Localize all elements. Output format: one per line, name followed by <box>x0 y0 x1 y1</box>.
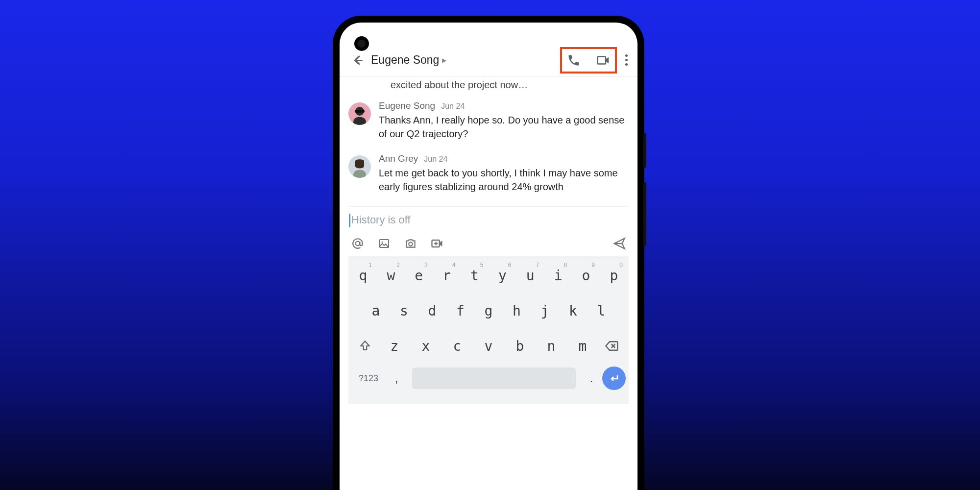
key-u[interactable]: 7u <box>518 261 542 290</box>
spacebar-key[interactable] <box>412 368 576 389</box>
dropdown-caret-icon: ▶ <box>442 57 446 64</box>
image-button[interactable] <box>377 236 392 251</box>
message-item: Eugene SongJun 24Thanks Ann, I really ho… <box>348 100 629 141</box>
compose-area: History is off <box>348 207 629 256</box>
key-f[interactable]: f <box>449 296 472 325</box>
key-q[interactable]: 1q <box>351 261 375 290</box>
camera-punch-hole <box>354 36 369 51</box>
onscreen-keyboard: 1q2w3e4r5t6y7u8i9o0p asdfghjkl zxcvbnm ?… <box>348 256 629 404</box>
video-attach-button[interactable] <box>430 236 444 251</box>
backspace-key[interactable] <box>598 331 626 361</box>
message-sender: Eugene Song <box>379 100 435 111</box>
message-list: excited about the project now… Eugene So… <box>340 76 637 490</box>
comma-key[interactable]: , <box>386 371 407 385</box>
key-y[interactable]: 6y <box>490 261 514 290</box>
avatar <box>348 102 371 125</box>
symbols-key[interactable]: ?123 <box>351 373 386 384</box>
key-x[interactable]: x <box>414 331 438 361</box>
send-button[interactable] <box>612 236 627 251</box>
key-e[interactable]: 3e <box>407 261 431 290</box>
message-input[interactable]: History is off <box>349 214 628 227</box>
key-l[interactable]: l <box>589 296 613 325</box>
key-v[interactable]: v <box>477 331 500 361</box>
key-d[interactable]: d <box>420 296 444 325</box>
contact-name: Eugene Song <box>371 53 439 67</box>
phone-screen: Eugene Song ▶ excited about the project … <box>340 23 637 490</box>
key-s[interactable]: s <box>392 296 416 325</box>
phone-side-button <box>643 133 646 168</box>
key-g[interactable]: g <box>477 296 500 325</box>
key-t[interactable]: 5t <box>463 261 487 290</box>
key-k[interactable]: k <box>562 296 585 325</box>
camera-button[interactable] <box>403 236 418 251</box>
app-bar: Eugene Song ▶ <box>340 44 637 76</box>
key-i[interactable]: 8i <box>546 261 570 290</box>
phone-side-button <box>643 182 646 246</box>
overflow-menu-button[interactable] <box>619 54 634 66</box>
key-r[interactable]: 4r <box>435 261 459 290</box>
previous-message-snippet: excited about the project now… <box>348 76 629 100</box>
key-z[interactable]: z <box>383 331 406 361</box>
mention-button[interactable] <box>350 236 365 251</box>
key-n[interactable]: n <box>539 331 563 361</box>
svg-point-9 <box>409 242 413 246</box>
svg-rect-0 <box>598 56 606 64</box>
message-time: Jun 24 <box>441 102 465 111</box>
svg-point-8 <box>382 242 383 243</box>
period-key[interactable]: . <box>581 371 602 385</box>
svg-rect-5 <box>353 170 366 178</box>
svg-rect-2 <box>353 117 366 125</box>
svg-point-6 <box>356 242 360 246</box>
message-text: Thanks Ann, I really hope so. Do you hav… <box>379 113 629 141</box>
avatar <box>348 155 371 178</box>
message-sender: Ann Grey <box>379 153 418 164</box>
phone-frame: Eugene Song ▶ excited about the project … <box>333 16 644 490</box>
message-text: Let me get back to you shortly, I think … <box>379 166 629 194</box>
key-j[interactable]: j <box>533 296 557 325</box>
key-p[interactable]: 0p <box>602 261 626 290</box>
compose-toolbar <box>349 236 628 251</box>
message-time: Jun 24 <box>424 155 447 164</box>
svg-rect-3 <box>355 110 365 113</box>
voice-call-button[interactable] <box>565 51 583 69</box>
annotation-highlight <box>560 47 617 74</box>
key-a[interactable]: a <box>364 296 388 325</box>
key-b[interactable]: b <box>508 331 532 361</box>
enter-key[interactable] <box>602 367 626 390</box>
key-w[interactable]: 2w <box>379 261 403 290</box>
key-h[interactable]: h <box>505 296 529 325</box>
conversation-title[interactable]: Eugene Song ▶ <box>371 53 446 67</box>
video-call-button[interactable] <box>594 51 612 69</box>
message-item: Ann GreyJun 24Let me get back to you sho… <box>348 153 629 194</box>
back-button[interactable] <box>348 50 368 70</box>
shift-key[interactable] <box>351 331 379 361</box>
key-c[interactable]: c <box>445 331 469 361</box>
key-m[interactable]: m <box>571 331 594 361</box>
key-o[interactable]: 9o <box>574 261 598 290</box>
